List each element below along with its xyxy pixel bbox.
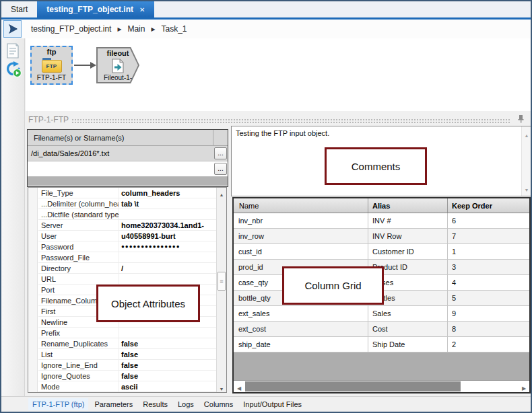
bottom-tab-parameters[interactable]: Parameters <box>90 398 137 410</box>
cell-alias[interactable]: Ship Date <box>368 337 448 352</box>
section-title: FTP-1-FTP <box>28 115 69 124</box>
scroll-up-icon[interactable] <box>522 128 531 140</box>
cell-name[interactable]: ext_cost <box>234 322 368 336</box>
attribute-row[interactable]: Password_File <box>38 252 216 263</box>
document-notes-icon[interactable] <box>6 43 20 62</box>
attribute-row[interactable]: URL <box>38 274 216 285</box>
comments-text[interactable]: Testing the FTP input object. <box>236 129 518 137</box>
node-type-label: ftp <box>32 48 71 57</box>
bottom-tab-io-files[interactable]: Input/Output Files <box>239 398 306 410</box>
attribute-name: Directory <box>38 263 119 273</box>
tab-testing-ftp-object[interactable]: testing_FTP_object.int <box>37 1 154 17</box>
cell-keep-order[interactable]: 3 <box>448 260 529 274</box>
column-grid-row[interactable]: inv_nbr INV # 6 <box>234 213 529 229</box>
cell-keep-order[interactable]: 7 <box>448 229 529 243</box>
cell-alias[interactable]: INV # <box>368 213 448 228</box>
attribute-row[interactable]: Server home320373034.1and1- <box>38 220 216 231</box>
cell-name[interactable]: ext_sales <box>234 306 368 321</box>
attribute-row[interactable]: Directory / <box>38 263 216 274</box>
flow-connector-arrow <box>74 61 97 69</box>
browse-button[interactable]: ... <box>214 163 227 175</box>
attribute-value[interactable]: / <box>119 264 216 272</box>
scroll-down-icon[interactable] <box>217 382 226 392</box>
attribute-value[interactable]: false <box>119 361 216 369</box>
header-alias[interactable]: Alias <box>368 198 448 213</box>
attribute-row[interactable]: List false <box>38 349 216 360</box>
scrollbar-thumb[interactable] <box>245 381 461 391</box>
run-history-icon[interactable] <box>5 61 22 81</box>
scroll-down-icon[interactable] <box>522 182 531 194</box>
scroll-right-icon[interactable] <box>519 381 529 392</box>
filename-row[interactable]: ... <box>28 161 228 177</box>
attribute-row[interactable]: Prefix <box>38 328 216 338</box>
canvas-node-ftp[interactable]: ftp FTP FTP-1-FT <box>30 46 73 85</box>
cell-keep-order[interactable]: 4 <box>448 275 529 290</box>
attribute-value[interactable]: tab \t <box>119 200 216 208</box>
attribute-value[interactable]: false <box>119 372 216 380</box>
attribute-row[interactable]: Ignore_Quotes false <box>38 371 216 381</box>
cell-alias[interactable]: Cost <box>368 322 448 336</box>
app-window: Start testing_FTP_object.int testing_FTP… <box>0 0 532 413</box>
cell-name[interactable]: inv_row <box>234 229 368 243</box>
attribute-row[interactable]: ...Dictfile (standard type <box>38 209 216 220</box>
attribute-row[interactable]: Password ●●●●●●●●●●●●●●● <box>38 241 216 252</box>
breadcrumb-item-main[interactable]: Main <box>127 24 145 34</box>
attributes-vertical-scrollbar[interactable] <box>216 188 226 392</box>
header-keep-order[interactable]: Keep Order <box>448 198 529 213</box>
filename-value[interactable]: /di_data/Sales/2016*.txt <box>31 149 109 157</box>
attribute-value[interactable]: home320373034.1and1- <box>119 221 216 229</box>
filename-row[interactable]: /di_data/Sales/2016*.txt ... <box>28 146 228 161</box>
header-name[interactable]: Name <box>234 198 368 213</box>
column-grid-row[interactable]: inv_row INV Row 7 <box>234 229 529 244</box>
scroll-left-icon[interactable] <box>234 381 244 392</box>
column-grid-row[interactable]: ext_sales Sales 9 <box>234 306 529 322</box>
attribute-row[interactable]: User u40558991-burt <box>38 231 216 241</box>
bottom-tab-logs[interactable]: Logs <box>174 398 198 410</box>
column-grid-row[interactable]: ext_cost Cost 8 <box>234 322 529 337</box>
comments-vertical-scrollbar[interactable] <box>521 126 531 196</box>
attribute-row[interactable]: File_Type column_headers <box>38 188 216 198</box>
attribute-value[interactable]: false <box>119 350 216 359</box>
cell-keep-order[interactable]: 9 <box>448 306 529 321</box>
breadcrumb-item-document[interactable]: testing_FTP_object.int <box>31 24 111 34</box>
cell-name[interactable]: cust_id <box>234 244 368 259</box>
cell-name[interactable]: ship_date <box>234 337 368 352</box>
tab-start[interactable]: Start <box>1 1 37 17</box>
bottom-tab-results[interactable]: Results <box>139 398 172 410</box>
browse-button[interactable]: ... <box>214 147 227 159</box>
pin-icon[interactable] <box>517 114 525 126</box>
attribute-value[interactable]: column_headers <box>119 189 216 197</box>
run-button[interactable] <box>3 20 22 38</box>
attribute-name: ...Dictfile (standard type <box>38 209 119 219</box>
column-grid-row[interactable]: cust_id Customer ID 1 <box>234 244 529 260</box>
attribute-value[interactable]: false <box>119 340 216 348</box>
column-grid-row[interactable]: ship_date Ship Date 2 <box>234 337 529 352</box>
attribute-value[interactable]: u40558991-burt <box>119 232 216 240</box>
attribute-value[interactable]: ascii <box>119 383 216 391</box>
scrollbar-thumb[interactable] <box>218 272 226 291</box>
attribute-value[interactable]: ●●●●●●●●●●●●●●● <box>119 243 216 250</box>
close-icon[interactable] <box>139 6 145 13</box>
attribute-name: Password <box>38 241 119 252</box>
flow-canvas[interactable]: ftp FTP FTP-1-FT fileout Fileout-1- <box>26 38 531 111</box>
bottom-tab-columns[interactable]: Columns <box>200 398 237 410</box>
bottom-tab-ftp[interactable]: FTP-1-FTP (ftp) <box>28 398 88 410</box>
attribute-row[interactable]: ...Delimiter (column_hea tab \t <box>38 198 216 209</box>
cell-keep-order[interactable]: 2 <box>448 337 529 352</box>
table-horizontal-scrollbar[interactable] <box>234 380 529 392</box>
breadcrumb-item-task[interactable]: Task_1 <box>161 24 187 34</box>
cell-alias[interactable]: INV Row <box>368 229 448 243</box>
cell-keep-order[interactable]: 1 <box>448 244 529 259</box>
cell-keep-order[interactable]: 6 <box>448 213 529 228</box>
cell-keep-order[interactable]: 8 <box>448 322 529 336</box>
cell-keep-order[interactable]: 5 <box>448 291 529 305</box>
node-type-label: fileout <box>98 49 138 58</box>
cell-name[interactable]: inv_nbr <box>234 213 368 228</box>
cell-alias[interactable]: Sales <box>368 306 448 321</box>
canvas-node-fileout[interactable]: fileout Fileout-1- <box>96 47 139 83</box>
scroll-up-icon[interactable] <box>217 188 226 198</box>
attribute-row[interactable]: Rename_Duplicates false <box>38 338 216 349</box>
attribute-row[interactable]: Mode ascii <box>38 381 216 392</box>
attribute-row[interactable]: Ignore_Line_End false <box>38 360 216 371</box>
cell-alias[interactable]: Customer ID <box>368 244 448 259</box>
